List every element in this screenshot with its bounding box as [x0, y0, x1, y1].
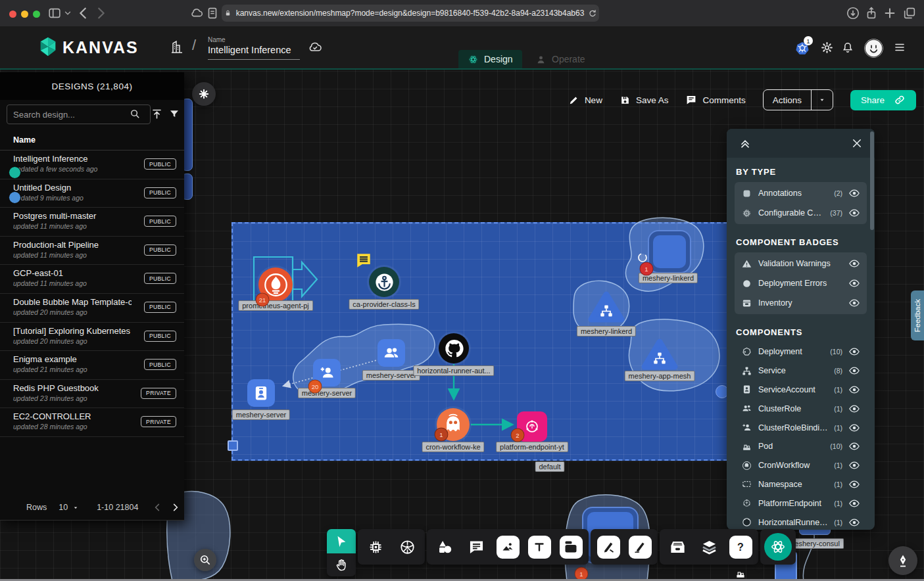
close-window-button[interactable]: [9, 11, 16, 18]
freeze-layout-button[interactable]: [192, 82, 216, 106]
help-tool-button[interactable]: ?: [726, 529, 755, 565]
sidebar-toggle-icon[interactable]: [47, 6, 62, 20]
visibility-eye-icon[interactable]: [848, 517, 860, 528]
visibility-eye-icon[interactable]: [848, 187, 860, 199]
refresh-icon[interactable]: [588, 9, 597, 18]
panel-row-service[interactable]: Service(8): [735, 361, 867, 381]
address-bar[interactable]: kanvas.new/extension/meshmap?mode=design…: [222, 5, 599, 22]
share-button[interactable]: Share: [850, 90, 916, 110]
import-design-icon[interactable]: [151, 108, 163, 120]
namespace-label[interactable]: default: [535, 461, 564, 472]
visibility-eye-icon[interactable]: [848, 297, 860, 309]
save-as-button[interactable]: Save As: [620, 95, 669, 106]
panel-row-inventory[interactable]: Inventory: [735, 293, 867, 313]
panel-row-namespace[interactable]: Namespace(1): [735, 475, 867, 494]
design-list-item[interactable]: GCP-east-01updated 11 minutes agoPUBLIC: [0, 265, 184, 294]
filter-icon[interactable]: [168, 108, 180, 120]
visibility-eye-icon[interactable]: [848, 346, 860, 358]
notifications-bell-icon[interactable]: [841, 41, 854, 55]
comment-annotation-icon[interactable]: [354, 252, 373, 269]
tab-operate[interactable]: Operate: [526, 50, 595, 68]
node-meshery-server-sa[interactable]: [247, 379, 275, 407]
drawer-tool-button[interactable]: [663, 529, 692, 565]
organization-icon[interactable]: [168, 39, 184, 55]
node-horizontal-runner-aut[interactable]: [439, 333, 469, 363]
zoom-button[interactable]: [194, 549, 216, 571]
panel-row-validation-warnings[interactable]: Validation Warnings: [735, 254, 867, 273]
panel-row-horizontalrunnerautoscaler[interactable]: HorizontalRunnerAutoscaler(1): [735, 513, 867, 530]
panel-scrollbar[interactable]: [870, 131, 874, 230]
settings-gear-icon[interactable]: [820, 41, 834, 55]
design-list-item[interactable]: [Tutorial] Exploring Kubernetes Podupdat…: [0, 323, 184, 352]
node-meshery-app-mesh[interactable]: [640, 337, 679, 373]
node-meshery-server-cr[interactable]: [377, 339, 405, 367]
visibility-eye-icon[interactable]: [848, 277, 860, 289]
downloads-icon[interactable]: [846, 6, 860, 20]
panel-row-deployment-errors[interactable]: Deployment Errors: [735, 273, 867, 293]
design-list-item[interactable]: Production-alt Pipelineupdated 11 minute…: [0, 237, 184, 266]
text-tool-button[interactable]: [525, 529, 554, 565]
visibility-eye-icon[interactable]: [848, 498, 860, 509]
forward-icon[interactable]: [93, 6, 108, 20]
visibility-eye-icon[interactable]: [848, 365, 860, 377]
tab-overview-icon[interactable]: [902, 6, 917, 20]
freehand-draw-button[interactable]: [888, 546, 917, 575]
minimize-window-button[interactable]: [21, 11, 28, 18]
column-header-name[interactable]: Name: [0, 130, 184, 151]
meshery-tool-button[interactable]: [764, 529, 792, 565]
panel-row-pod[interactable]: Pod(10): [735, 437, 867, 456]
panel-row-clusterrole[interactable]: ClusterRole(1): [735, 399, 867, 418]
close-panel-icon[interactable]: [851, 137, 863, 149]
new-tab-icon[interactable]: [883, 6, 897, 20]
shapes-tool-button[interactable]: [430, 529, 459, 565]
panel-row-serviceaccount[interactable]: ServiceAccount(1): [735, 381, 867, 400]
chevron-down-icon[interactable]: [63, 6, 72, 20]
node-label-cron-workflow-ke[interactable]: cron-workflow-ke: [422, 442, 484, 452]
maximize-window-button[interactable]: [33, 11, 40, 18]
kubernetes-tool-button[interactable]: [393, 529, 422, 565]
node-ca-provider-class-ls[interactable]: [369, 267, 399, 297]
visibility-eye-icon[interactable]: [848, 440, 860, 452]
node-label-meshery-server-crb[interactable]: meshery-server: [298, 388, 356, 398]
panel-row-platformendpoint[interactable]: PlatformEndpoint(1): [735, 494, 867, 513]
design-list-item[interactable]: Double Bubble Map Template-copyupdated 2…: [0, 294, 184, 323]
visibility-eye-icon[interactable]: [848, 422, 860, 434]
rows-caret-icon[interactable]: [70, 505, 81, 511]
rows-per-page-select[interactable]: 10: [59, 503, 68, 512]
panel-row-cronworkflow[interactable]: CronWorkflow(1): [735, 456, 867, 475]
node-label-ca-provider-class-ls[interactable]: ca-provider-class-ls: [349, 299, 419, 310]
panel-row-annotations[interactable]: Annotations(2): [735, 183, 867, 203]
design-tools-tool-button[interactable]: [594, 529, 623, 565]
new-button[interactable]: New: [568, 95, 602, 106]
design-list-item[interactable]: EC2-CONTROLLERupdated 28 minutes agoPRIV…: [0, 408, 184, 437]
user-avatar[interactable]: [863, 38, 884, 58]
panel-row-deployment[interactable]: Deployment(10): [735, 342, 867, 361]
panel-row-configurable-components[interactable]: Configurable Components(37): [735, 203, 867, 223]
configurable-components-tool-button[interactable]: [361, 529, 390, 565]
visibility-eye-icon[interactable]: [848, 403, 860, 415]
previous-page-icon[interactable]: [153, 502, 163, 513]
icloud-icon[interactable]: [189, 6, 204, 20]
kanvas-logo[interactable]: [37, 35, 59, 58]
design-list-item[interactable]: Enigma exampleupdated 21 minutes agoPUBL…: [0, 351, 184, 380]
node-label-meshery-linkerd-svc[interactable]: meshery-linkerd: [577, 326, 636, 337]
visibility-eye-icon[interactable]: [848, 459, 860, 471]
node-meshery-linkerd-svc[interactable]: [587, 290, 626, 325]
node-label-horizontal-runner-aut[interactable]: horizontal-runner-aut...: [413, 365, 494, 376]
node-label-meshery-app-mesh[interactable]: meshery-app-mesh: [625, 371, 695, 381]
design-list-item[interactable]: Untitled Designupdated 9 minutes agoPUBL…: [0, 179, 184, 208]
visibility-eye-icon[interactable]: [848, 258, 860, 269]
comments-button[interactable]: Comments: [685, 94, 745, 106]
visibility-eye-icon[interactable]: [848, 384, 860, 396]
tab-design[interactable]: Design: [458, 50, 522, 68]
search-icon[interactable]: [130, 108, 141, 120]
image-tool-button[interactable]: [493, 529, 522, 565]
panel-row-clusterrolebinding[interactable]: ClusterRoleBinding(1): [735, 418, 867, 437]
layers-tool-button[interactable]: [694, 529, 723, 565]
collapse-panel-icon[interactable]: [739, 137, 752, 150]
next-page-icon[interactable]: [170, 502, 180, 513]
design-list-item[interactable]: Postgres multi-masterupdated 11 minutes …: [0, 208, 184, 237]
pan-tool-button[interactable]: [334, 553, 349, 576]
back-icon[interactable]: [76, 6, 91, 20]
design-name-input[interactable]: Intelligent Inference: [208, 45, 300, 60]
